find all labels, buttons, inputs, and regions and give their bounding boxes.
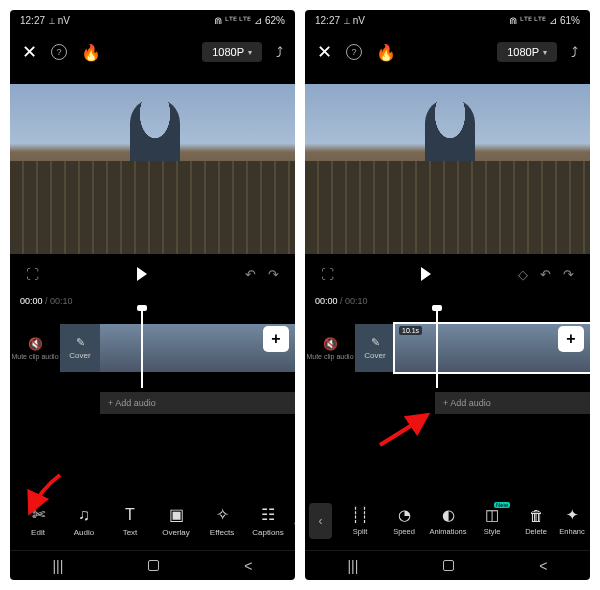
nav-home[interactable]	[443, 560, 454, 571]
tool-split[interactable]: ┊┊Split	[338, 506, 382, 536]
time-total: / 00:10	[45, 296, 73, 306]
time-total: / 00:10	[340, 296, 368, 306]
playhead[interactable]	[436, 308, 438, 388]
nav-back[interactable]: <	[244, 558, 252, 574]
text-icon: T	[125, 506, 135, 524]
fullscreen-icon[interactable]: ⛶	[321, 267, 334, 282]
music-note-icon: ♫	[78, 506, 90, 524]
video-preview[interactable]	[10, 84, 295, 254]
tool-effects[interactable]: ✧Effects	[200, 506, 244, 537]
cover-button[interactable]: ✎ Cover	[355, 324, 395, 372]
resolution-dropdown[interactable]: 1080P	[497, 42, 557, 62]
mute-clip-audio[interactable]: 🔇 Mute clip audio	[10, 337, 60, 360]
playhead[interactable]	[141, 308, 143, 388]
status-right-icons: ⋒ ᴸᵀᴱ ᴸᵀᴱ ⊿ 62%	[214, 15, 285, 26]
export-icon[interactable]: ⤴	[276, 44, 283, 60]
tool-label: Text	[123, 528, 138, 537]
keyframe-icon[interactable]: ◇	[518, 267, 528, 282]
nav-home[interactable]	[148, 560, 159, 571]
toolbar-overflow[interactable]: As	[292, 517, 295, 526]
split-icon: ┊┊	[351, 506, 369, 524]
clip-duration-badge: 10.1s	[399, 326, 422, 335]
playback-bar: ⛶ ◇ ↶ ↷	[305, 254, 590, 294]
tool-style[interactable]: New◫Style	[470, 506, 514, 536]
enhance-icon: ✦	[566, 506, 579, 524]
sparkle-icon: ✧	[216, 506, 229, 524]
timeline[interactable]: 🔇 Mute clip audio ✎ Cover 10.1s +	[305, 308, 590, 388]
tool-label: Style	[484, 527, 501, 536]
status-left-icons: ⟂ nV	[49, 15, 70, 26]
preview-frame	[305, 84, 590, 254]
flame-icon[interactable]: 🔥	[81, 43, 101, 62]
time-current: 00:00	[315, 296, 338, 306]
tool-label: Edit	[31, 528, 45, 537]
redo-icon[interactable]: ↷	[563, 267, 574, 282]
new-badge: New	[494, 502, 510, 508]
resolution-dropdown[interactable]: 1080P	[202, 42, 262, 62]
help-icon[interactable]: ?	[51, 44, 67, 60]
cover-button[interactable]: ✎ Cover	[60, 324, 100, 372]
tool-captions[interactable]: ☷Captions	[246, 506, 290, 537]
timeline-time: 00:00 / 00:10	[10, 294, 295, 308]
toolbar-overflow[interactable]: ✦Enhanc	[558, 506, 586, 536]
nav-recent[interactable]: |||	[52, 558, 63, 574]
add-clip-button[interactable]: +	[263, 326, 289, 352]
toolbar-back[interactable]: ‹	[309, 503, 332, 539]
undo-icon[interactable]: ↶	[540, 267, 551, 282]
tool-edit[interactable]: ✄Edit	[16, 506, 60, 537]
close-icon[interactable]: ✕	[317, 41, 332, 63]
pencil-icon: ✎	[76, 336, 85, 349]
time-current: 00:00	[20, 296, 43, 306]
bottom-toolbar: ✄Edit ♫Audio TText ▣Overlay ✧Effects ☷Ca…	[10, 492, 295, 550]
video-preview[interactable]	[305, 84, 590, 254]
redo-icon[interactable]: ↷	[268, 267, 279, 282]
tool-label: Captions	[252, 528, 284, 537]
timeline[interactable]: 🔇 Mute clip audio ✎ Cover +	[10, 308, 295, 388]
add-audio-label: + Add audio	[443, 398, 491, 408]
help-icon[interactable]: ?	[346, 44, 362, 60]
status-time: 12:27	[20, 15, 45, 26]
flame-icon[interactable]: 🔥	[376, 43, 396, 62]
phone-screenshot-left: 12:27 ⟂ nV ⋒ ᴸᵀᴱ ᴸᵀᴱ ⊿ 62% ✕ ? 🔥 1080P ⤴…	[10, 10, 295, 580]
status-bar: 12:27 ⟂ nV ⋒ ᴸᵀᴱ ᴸᵀᴱ ⊿ 61%	[305, 10, 590, 30]
speaker-muted-icon: 🔇	[28, 337, 43, 351]
overlay-icon: ▣	[169, 506, 184, 524]
add-audio-row[interactable]: + Add audio	[435, 392, 590, 414]
tool-label: Overlay	[162, 528, 190, 537]
fullscreen-icon[interactable]: ⛶	[26, 267, 39, 282]
android-navbar: ||| <	[305, 550, 590, 580]
cover-label: Cover	[69, 351, 90, 360]
play-button[interactable]	[421, 267, 431, 281]
close-icon[interactable]: ✕	[22, 41, 37, 63]
resolution-label: 1080P	[507, 46, 539, 58]
preview-frame	[10, 84, 295, 254]
mute-clip-audio[interactable]: 🔇 Mute clip audio	[305, 337, 355, 360]
timeline-time: 00:00 / 00:10	[305, 294, 590, 308]
nav-back[interactable]: <	[539, 558, 547, 574]
add-audio-row[interactable]: + Add audio	[100, 392, 295, 414]
add-clip-button[interactable]: +	[558, 326, 584, 352]
tool-speed[interactable]: ◔Speed	[382, 506, 426, 536]
status-bar: 12:27 ⟂ nV ⋒ ᴸᵀᴱ ᴸᵀᴱ ⊿ 62%	[10, 10, 295, 30]
tool-delete[interactable]: 🗑Delete	[514, 506, 558, 536]
pencil-icon: ✎	[371, 336, 380, 349]
undo-icon[interactable]: ↶	[245, 267, 256, 282]
app-top-bar: ✕ ? 🔥 1080P ⤴	[10, 30, 295, 74]
status-right-icons: ⋒ ᴸᵀᴱ ᴸᵀᴱ ⊿ 61%	[509, 15, 580, 26]
nav-recent[interactable]: |||	[347, 558, 358, 574]
tool-audio[interactable]: ♫Audio	[62, 506, 106, 537]
tool-text[interactable]: TText	[108, 506, 152, 537]
tool-animations[interactable]: ◐Animations	[426, 506, 470, 536]
playback-bar: ⛶ ↶ ↷	[10, 254, 295, 294]
overflow-hint: As	[294, 517, 295, 526]
resolution-label: 1080P	[212, 46, 244, 58]
export-icon[interactable]: ⤴	[571, 44, 578, 60]
tool-overlay[interactable]: ▣Overlay	[154, 506, 198, 537]
tool-label: Delete	[525, 527, 547, 536]
tool-label: Audio	[74, 528, 94, 537]
annotation-arrow-right	[375, 410, 435, 452]
mute-label: Mute clip audio	[11, 353, 58, 360]
play-button[interactable]	[137, 267, 147, 281]
tool-label: Speed	[393, 527, 415, 536]
cover-label: Cover	[364, 351, 385, 360]
